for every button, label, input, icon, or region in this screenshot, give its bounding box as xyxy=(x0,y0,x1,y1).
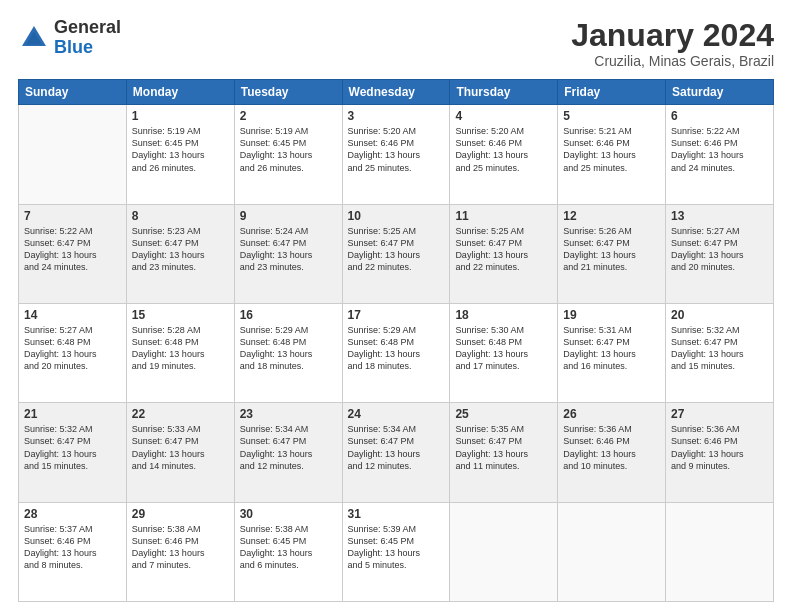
day-number: 1 xyxy=(132,109,229,123)
calendar-cell-w2-d5: 12Sunrise: 5:26 AMSunset: 6:47 PMDayligh… xyxy=(558,204,666,303)
calendar-cell-w1-d5: 5Sunrise: 5:21 AMSunset: 6:46 PMDaylight… xyxy=(558,105,666,204)
day-number: 5 xyxy=(563,109,660,123)
day-number: 4 xyxy=(455,109,552,123)
header-tuesday: Tuesday xyxy=(234,80,342,105)
calendar-cell-w2-d0: 7Sunrise: 5:22 AMSunset: 6:47 PMDaylight… xyxy=(19,204,127,303)
calendar-cell-w5-d5 xyxy=(558,502,666,601)
calendar-cell-w2-d6: 13Sunrise: 5:27 AMSunset: 6:47 PMDayligh… xyxy=(666,204,774,303)
day-number: 2 xyxy=(240,109,337,123)
header-sunday: Sunday xyxy=(19,80,127,105)
day-number: 20 xyxy=(671,308,768,322)
cell-content: Sunrise: 5:23 AMSunset: 6:47 PMDaylight:… xyxy=(132,225,229,274)
cell-content: Sunrise: 5:27 AMSunset: 6:47 PMDaylight:… xyxy=(671,225,768,274)
calendar-cell-w3-d0: 14Sunrise: 5:27 AMSunset: 6:48 PMDayligh… xyxy=(19,303,127,402)
day-number: 12 xyxy=(563,209,660,223)
header: General Blue January 2024 Cruzilia, Mina… xyxy=(18,18,774,69)
calendar-cell-w4-d4: 25Sunrise: 5:35 AMSunset: 6:47 PMDayligh… xyxy=(450,403,558,502)
cell-content: Sunrise: 5:20 AMSunset: 6:46 PMDaylight:… xyxy=(348,125,445,174)
calendar-week-1: 1Sunrise: 5:19 AMSunset: 6:45 PMDaylight… xyxy=(19,105,774,204)
calendar-cell-w5-d3: 31Sunrise: 5:39 AMSunset: 6:45 PMDayligh… xyxy=(342,502,450,601)
cell-content: Sunrise: 5:25 AMSunset: 6:47 PMDaylight:… xyxy=(348,225,445,274)
day-number: 9 xyxy=(240,209,337,223)
day-number: 27 xyxy=(671,407,768,421)
cell-content: Sunrise: 5:38 AMSunset: 6:46 PMDaylight:… xyxy=(132,523,229,572)
day-number: 23 xyxy=(240,407,337,421)
cell-content: Sunrise: 5:19 AMSunset: 6:45 PMDaylight:… xyxy=(132,125,229,174)
location: Cruzilia, Minas Gerais, Brazil xyxy=(571,53,774,69)
calendar-cell-w3-d2: 16Sunrise: 5:29 AMSunset: 6:48 PMDayligh… xyxy=(234,303,342,402)
calendar-cell-w3-d1: 15Sunrise: 5:28 AMSunset: 6:48 PMDayligh… xyxy=(126,303,234,402)
calendar-cell-w4-d1: 22Sunrise: 5:33 AMSunset: 6:47 PMDayligh… xyxy=(126,403,234,502)
calendar-cell-w5-d0: 28Sunrise: 5:37 AMSunset: 6:46 PMDayligh… xyxy=(19,502,127,601)
calendar-cell-w1-d0 xyxy=(19,105,127,204)
cell-content: Sunrise: 5:31 AMSunset: 6:47 PMDaylight:… xyxy=(563,324,660,373)
day-number: 28 xyxy=(24,507,121,521)
calendar-week-3: 14Sunrise: 5:27 AMSunset: 6:48 PMDayligh… xyxy=(19,303,774,402)
calendar-cell-w1-d3: 3Sunrise: 5:20 AMSunset: 6:46 PMDaylight… xyxy=(342,105,450,204)
cell-content: Sunrise: 5:37 AMSunset: 6:46 PMDaylight:… xyxy=(24,523,121,572)
cell-content: Sunrise: 5:22 AMSunset: 6:47 PMDaylight:… xyxy=(24,225,121,274)
calendar-cell-w2-d3: 10Sunrise: 5:25 AMSunset: 6:47 PMDayligh… xyxy=(342,204,450,303)
cell-content: Sunrise: 5:33 AMSunset: 6:47 PMDaylight:… xyxy=(132,423,229,472)
header-wednesday: Wednesday xyxy=(342,80,450,105)
logo-general-text: General xyxy=(54,18,121,38)
calendar-cell-w1-d4: 4Sunrise: 5:20 AMSunset: 6:46 PMDaylight… xyxy=(450,105,558,204)
cell-content: Sunrise: 5:28 AMSunset: 6:48 PMDaylight:… xyxy=(132,324,229,373)
calendar-cell-w3-d6: 20Sunrise: 5:32 AMSunset: 6:47 PMDayligh… xyxy=(666,303,774,402)
calendar-week-5: 28Sunrise: 5:37 AMSunset: 6:46 PMDayligh… xyxy=(19,502,774,601)
cell-content: Sunrise: 5:24 AMSunset: 6:47 PMDaylight:… xyxy=(240,225,337,274)
header-friday: Friday xyxy=(558,80,666,105)
weekday-header-row: Sunday Monday Tuesday Wednesday Thursday… xyxy=(19,80,774,105)
day-number: 30 xyxy=(240,507,337,521)
calendar-cell-w3-d4: 18Sunrise: 5:30 AMSunset: 6:48 PMDayligh… xyxy=(450,303,558,402)
cell-content: Sunrise: 5:19 AMSunset: 6:45 PMDaylight:… xyxy=(240,125,337,174)
calendar-cell-w1-d2: 2Sunrise: 5:19 AMSunset: 6:45 PMDaylight… xyxy=(234,105,342,204)
cell-content: Sunrise: 5:25 AMSunset: 6:47 PMDaylight:… xyxy=(455,225,552,274)
cell-content: Sunrise: 5:39 AMSunset: 6:45 PMDaylight:… xyxy=(348,523,445,572)
calendar-cell-w2-d4: 11Sunrise: 5:25 AMSunset: 6:47 PMDayligh… xyxy=(450,204,558,303)
day-number: 10 xyxy=(348,209,445,223)
logo-text: General Blue xyxy=(54,18,121,58)
calendar-cell-w4-d5: 26Sunrise: 5:36 AMSunset: 6:46 PMDayligh… xyxy=(558,403,666,502)
calendar-cell-w5-d1: 29Sunrise: 5:38 AMSunset: 6:46 PMDayligh… xyxy=(126,502,234,601)
day-number: 25 xyxy=(455,407,552,421)
day-number: 26 xyxy=(563,407,660,421)
day-number: 14 xyxy=(24,308,121,322)
header-saturday: Saturday xyxy=(666,80,774,105)
cell-content: Sunrise: 5:29 AMSunset: 6:48 PMDaylight:… xyxy=(348,324,445,373)
calendar-cell-w5-d6 xyxy=(666,502,774,601)
calendar-week-2: 7Sunrise: 5:22 AMSunset: 6:47 PMDaylight… xyxy=(19,204,774,303)
calendar-cell-w4-d2: 23Sunrise: 5:34 AMSunset: 6:47 PMDayligh… xyxy=(234,403,342,502)
day-number: 31 xyxy=(348,507,445,521)
header-monday: Monday xyxy=(126,80,234,105)
calendar-cell-w4-d3: 24Sunrise: 5:34 AMSunset: 6:47 PMDayligh… xyxy=(342,403,450,502)
calendar-table: Sunday Monday Tuesday Wednesday Thursday… xyxy=(18,79,774,602)
day-number: 18 xyxy=(455,308,552,322)
calendar-cell-w3-d5: 19Sunrise: 5:31 AMSunset: 6:47 PMDayligh… xyxy=(558,303,666,402)
page: General Blue January 2024 Cruzilia, Mina… xyxy=(0,0,792,612)
day-number: 8 xyxy=(132,209,229,223)
day-number: 15 xyxy=(132,308,229,322)
calendar-cell-w2-d2: 9Sunrise: 5:24 AMSunset: 6:47 PMDaylight… xyxy=(234,204,342,303)
calendar-cell-w1-d6: 6Sunrise: 5:22 AMSunset: 6:46 PMDaylight… xyxy=(666,105,774,204)
cell-content: Sunrise: 5:29 AMSunset: 6:48 PMDaylight:… xyxy=(240,324,337,373)
cell-content: Sunrise: 5:36 AMSunset: 6:46 PMDaylight:… xyxy=(671,423,768,472)
cell-content: Sunrise: 5:38 AMSunset: 6:45 PMDaylight:… xyxy=(240,523,337,572)
day-number: 19 xyxy=(563,308,660,322)
day-number: 24 xyxy=(348,407,445,421)
calendar-cell-w4-d6: 27Sunrise: 5:36 AMSunset: 6:46 PMDayligh… xyxy=(666,403,774,502)
calendar-week-4: 21Sunrise: 5:32 AMSunset: 6:47 PMDayligh… xyxy=(19,403,774,502)
day-number: 21 xyxy=(24,407,121,421)
cell-content: Sunrise: 5:22 AMSunset: 6:46 PMDaylight:… xyxy=(671,125,768,174)
logo-blue-text: Blue xyxy=(54,38,121,58)
day-number: 29 xyxy=(132,507,229,521)
cell-content: Sunrise: 5:34 AMSunset: 6:47 PMDaylight:… xyxy=(348,423,445,472)
logo: General Blue xyxy=(18,18,121,58)
cell-content: Sunrise: 5:26 AMSunset: 6:47 PMDaylight:… xyxy=(563,225,660,274)
day-number: 3 xyxy=(348,109,445,123)
day-number: 17 xyxy=(348,308,445,322)
day-number: 7 xyxy=(24,209,121,223)
calendar-cell-w2-d1: 8Sunrise: 5:23 AMSunset: 6:47 PMDaylight… xyxy=(126,204,234,303)
day-number: 22 xyxy=(132,407,229,421)
cell-content: Sunrise: 5:32 AMSunset: 6:47 PMDaylight:… xyxy=(671,324,768,373)
